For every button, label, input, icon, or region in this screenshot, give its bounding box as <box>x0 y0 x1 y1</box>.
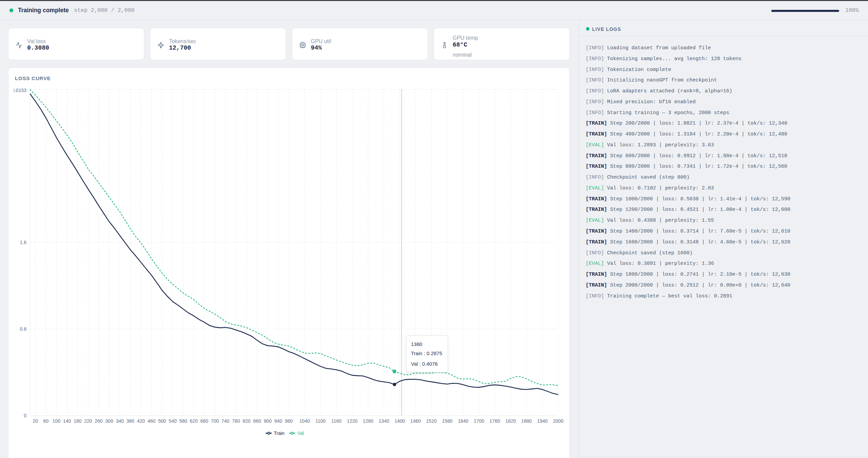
svg-text:1160: 1160 <box>331 418 341 424</box>
svg-text:1.6: 1.6 <box>20 240 27 245</box>
svg-text:1580: 1580 <box>442 418 453 424</box>
svg-text:60: 60 <box>43 418 49 424</box>
svg-text:500: 500 <box>158 418 166 424</box>
svg-text:3.0153: 3.0153 <box>12 88 26 93</box>
svg-text:180: 180 <box>74 418 82 424</box>
svg-text:940: 940 <box>274 418 282 424</box>
svg-text:900: 900 <box>264 418 272 424</box>
svg-text:1940: 1940 <box>537 418 548 424</box>
svg-text:1280: 1280 <box>363 418 373 424</box>
svg-text:580: 580 <box>179 418 187 424</box>
svg-text:820: 820 <box>243 418 251 424</box>
svg-text:620: 620 <box>190 418 198 424</box>
svg-text:260: 260 <box>95 418 103 424</box>
svg-text:2000: 2000 <box>553 418 563 424</box>
svg-text:0: 0 <box>24 413 26 418</box>
svg-text:340: 340 <box>116 418 124 424</box>
svg-text:1520: 1520 <box>426 418 437 424</box>
svg-text:980: 980 <box>285 418 293 424</box>
svg-text:420: 420 <box>137 418 145 424</box>
svg-text:1760: 1760 <box>490 418 500 424</box>
svg-text:1880: 1880 <box>521 418 532 424</box>
svg-text:740: 740 <box>222 418 230 424</box>
svg-text:100: 100 <box>53 418 61 424</box>
svg-text:700: 700 <box>211 418 219 424</box>
svg-text:1040: 1040 <box>299 418 310 424</box>
svg-text:1340: 1340 <box>379 418 389 424</box>
svg-text:300: 300 <box>105 418 113 424</box>
svg-text:540: 540 <box>169 418 177 424</box>
svg-text:1460: 1460 <box>410 418 421 424</box>
svg-text:660: 660 <box>200 418 208 424</box>
svg-text:20: 20 <box>33 418 38 424</box>
svg-text:1100: 1100 <box>316 418 326 424</box>
svg-text:860: 860 <box>253 418 261 424</box>
svg-text:780: 780 <box>232 418 240 424</box>
svg-text:140: 140 <box>63 418 71 424</box>
svg-text:380: 380 <box>127 418 135 424</box>
svg-text:0.8: 0.8 <box>20 326 27 332</box>
svg-text:220: 220 <box>84 418 92 424</box>
svg-text:1640: 1640 <box>458 418 468 424</box>
svg-text:1220: 1220 <box>347 418 357 424</box>
svg-text:1700: 1700 <box>474 418 484 424</box>
svg-text:460: 460 <box>148 418 156 424</box>
svg-text:1820: 1820 <box>505 418 516 424</box>
svg-text:1400: 1400 <box>394 418 405 424</box>
